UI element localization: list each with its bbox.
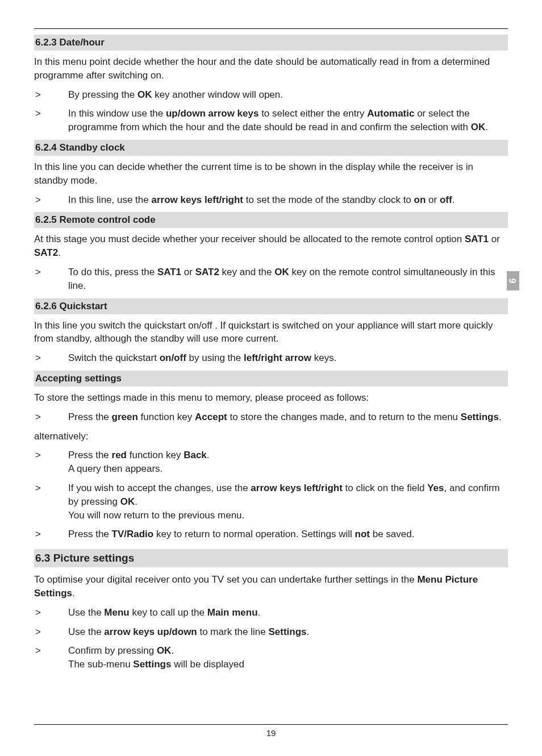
bottom-rule <box>34 724 508 725</box>
step-marker: > <box>34 88 68 102</box>
step-marker: > <box>34 107 68 134</box>
step-marker: > <box>34 625 68 639</box>
step-accept-1: > Press the green function key Accept to… <box>34 410 508 424</box>
step-marker: > <box>34 448 68 476</box>
top-rule <box>34 28 508 29</box>
heading-63: 6.3 Picture settings <box>34 549 508 567</box>
step-marker: > <box>34 644 68 671</box>
intro-624: In this line you can decide whether the … <box>34 160 508 188</box>
step-marker: > <box>34 265 68 293</box>
intro-accept: To store the settings made in this menu … <box>34 391 508 405</box>
heading-623: 6.2.3 Date/hour <box>34 35 508 51</box>
step-accept-2: > Press the red function key Back.A quer… <box>34 448 508 476</box>
heading-624: 6.2.4 Standby clock <box>34 140 508 156</box>
step-accept-3: > If you wish to accept the changes, use… <box>34 481 508 522</box>
intro-626: In this line you switch the quickstart o… <box>34 319 508 346</box>
step-624-1: > In this line, use the arrow keys left/… <box>34 193 508 207</box>
heading-625: 6.2.5 Remote control code <box>34 212 508 228</box>
alternatively: alternatively: <box>34 430 508 443</box>
intro-63: To optimise your digital receiver onto y… <box>34 573 508 600</box>
heading-626: 6.2.6 Quickstart <box>34 298 508 314</box>
step-626-1: > Switch the quickstart on/off by using … <box>34 351 508 365</box>
heading-accept: Accepting settings <box>34 371 508 387</box>
step-63-1: > Use the Menu key to call up the Main m… <box>34 606 508 620</box>
step-marker: > <box>34 193 68 207</box>
step-marker: > <box>34 351 68 365</box>
footer: 19 <box>34 717 508 738</box>
step-marker: > <box>34 410 68 424</box>
step-accept-4: > Press the TV/Radio key to return to no… <box>34 527 508 541</box>
step-625-1: > To do this, press the SAT1 or SAT2 key… <box>34 265 508 293</box>
chapter-tab: 6 <box>507 271 519 290</box>
step-marker: > <box>34 527 68 541</box>
page-content: 6.2.3 Date/hour In this menu point decid… <box>34 28 508 671</box>
step-63-2: > Use the arrow keys up/down to mark the… <box>34 625 508 639</box>
step-63-3: > Confirm by pressing OK.The sub-menu Se… <box>34 644 508 671</box>
step-marker: > <box>34 481 68 522</box>
intro-623: In this menu point decide whether the ho… <box>34 55 508 82</box>
intro-625: At this stage you must decide whether yo… <box>34 232 508 260</box>
page-number: 19 <box>34 728 508 738</box>
step-623-2: > In this window use the up/down arrow k… <box>34 107 508 134</box>
step-623-1: > By pressing the OK key another window … <box>34 88 508 102</box>
step-marker: > <box>34 606 68 620</box>
